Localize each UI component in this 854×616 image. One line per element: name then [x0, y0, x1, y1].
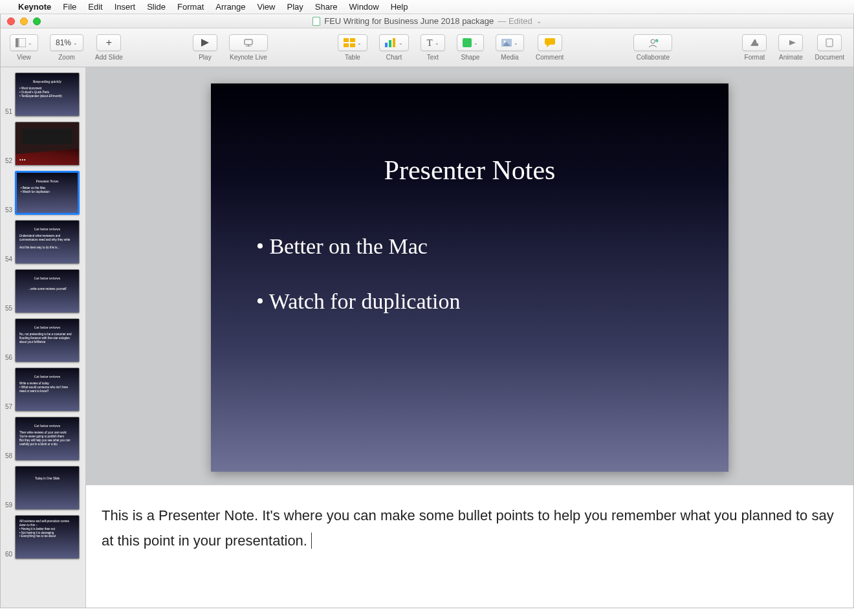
notes-text: This is a Presenter Note. It's where you…: [102, 507, 834, 549]
svg-rect-6: [344, 38, 349, 42]
document-button[interactable]: [817, 34, 842, 51]
table-button[interactable]: ⌄: [338, 34, 367, 51]
fullscreen-button[interactable]: [33, 17, 41, 25]
menu-window[interactable]: Window: [349, 2, 378, 12]
thumbnail-preview: Presenter Notes• Better on the Mac• Watc…: [15, 171, 80, 215]
svg-rect-8: [344, 43, 349, 47]
menubar: Keynote File Edit Insert Slide Format Ar…: [0, 0, 854, 14]
menu-slide[interactable]: Slide: [147, 2, 166, 12]
chart-button[interactable]: ⌄: [379, 34, 409, 51]
comment-button[interactable]: [538, 34, 562, 51]
slide-navigator[interactable]: 51Responding quickly• Word document• Out…: [1, 67, 86, 608]
document-icon: [312, 17, 320, 26]
slide-number: 56: [2, 354, 12, 361]
current-slide[interactable]: Presenter Notes • Better on the Mac • Wa…: [211, 83, 728, 472]
text-icon: T: [426, 38, 432, 49]
text-label: Text: [427, 54, 439, 61]
menu-help[interactable]: Help: [391, 2, 408, 12]
text-cursor: [307, 533, 312, 549]
animate-button[interactable]: [778, 34, 803, 51]
view-label: View: [17, 54, 31, 61]
slide-bullet: • Better on the Mac: [256, 231, 683, 262]
svg-marker-2: [201, 39, 209, 47]
zoom-selector[interactable]: 81%⌄: [50, 34, 83, 51]
chart-icon: [385, 38, 397, 47]
view-icon: [16, 38, 26, 47]
shape-button[interactable]: ⌄: [457, 34, 484, 51]
slide-thumbnail[interactable]: 52•••: [1, 120, 85, 170]
window-controls: [1, 17, 41, 25]
close-button[interactable]: [7, 17, 15, 25]
svg-marker-22: [785, 40, 796, 45]
keynote-live-button[interactable]: [229, 34, 268, 51]
menu-arrange[interactable]: Arrange: [215, 2, 245, 12]
thumbnail-preview: Get better reviewsThen write reviews of …: [15, 417, 80, 461]
menu-edit[interactable]: Edit: [88, 2, 102, 12]
plus-icon: +: [106, 37, 112, 49]
thumbnail-preview: Today in One Slide: [15, 466, 80, 510]
thumbnail-preview: Get better reviewsNo, not pretending to …: [15, 318, 80, 362]
view-button[interactable]: ⌄: [10, 34, 38, 51]
svg-rect-1: [19, 38, 26, 47]
comment-icon: [545, 38, 555, 47]
slide-number: 51: [2, 108, 12, 115]
minimize-button[interactable]: [20, 17, 28, 25]
menu-file[interactable]: File: [63, 2, 76, 12]
titlebar: FEU Writing for Business June 2018 packa…: [1, 14, 853, 28]
slide-thumbnail[interactable]: 57Get better reviewsWrite a review of to…: [1, 366, 85, 415]
thumbnail-preview: •••: [15, 122, 80, 166]
chevron-down-icon[interactable]: ⌄: [536, 17, 542, 25]
slide-thumbnail[interactable]: 58Get better reviewsThen write reviews o…: [1, 415, 85, 465]
slide-thumbnail[interactable]: 60All business and self-promotion comes …: [1, 514, 85, 563]
svg-point-15: [503, 41, 505, 43]
presenter-notes[interactable]: This is a Presenter Note. It's where you…: [86, 485, 853, 608]
chart-label: Chart: [386, 54, 402, 61]
svg-rect-23: [826, 39, 833, 47]
thumbnail-preview: Responding quickly• Word document• Outlo…: [15, 72, 80, 116]
keynote-live-label: Keynote Live: [230, 54, 267, 61]
svg-rect-9: [350, 43, 355, 47]
table-icon: [344, 38, 355, 47]
text-button[interactable]: T⌄: [421, 34, 445, 51]
menu-format[interactable]: Format: [177, 2, 204, 12]
edited-status: — Edited: [498, 16, 532, 26]
slide-thumbnail[interactable]: 56Get better reviewsNo, not pretending t…: [1, 317, 85, 366]
svg-rect-3: [245, 39, 252, 45]
comment-label: Comment: [536, 54, 564, 61]
keynote-live-icon: [243, 39, 254, 47]
menu-view[interactable]: View: [257, 2, 276, 12]
slide-thumbnail[interactable]: 51Responding quickly• Word document• Out…: [1, 71, 85, 120]
window-title: FEU Writing for Business June 2018 packa…: [1, 16, 853, 26]
svg-rect-17: [545, 38, 555, 45]
slide-canvas[interactable]: Presenter Notes • Better on the Mac • Wa…: [86, 67, 853, 485]
slide-thumbnail[interactable]: 59Today in One Slide: [1, 465, 85, 514]
thumbnail-preview: Get better reviewsUnderstand what review…: [15, 220, 80, 264]
slide-thumbnail[interactable]: 55Get better reviews...write some review…: [1, 268, 85, 317]
thumbnail-preview: Get better reviewsWrite a review of toda…: [15, 368, 80, 412]
slide-title: Presenter Notes: [256, 155, 683, 186]
svg-marker-18: [547, 45, 550, 47]
menu-share[interactable]: Share: [315, 2, 338, 12]
slide-number: 53: [2, 206, 12, 214]
thumbnail-preview: Get better reviews...write some reviews …: [15, 269, 80, 313]
menu-play[interactable]: Play: [287, 2, 303, 12]
media-button[interactable]: ⌄: [496, 34, 524, 51]
collaborate-button[interactable]: +: [633, 34, 672, 51]
format-button[interactable]: [742, 34, 767, 51]
collaborate-label: Collaborate: [637, 54, 670, 61]
slide-thumbnail[interactable]: 54Get better reviewsUnderstand what revi…: [1, 219, 85, 268]
slide-body: • Better on the Mac • Watch for duplicat…: [256, 231, 683, 317]
play-icon: [201, 39, 209, 47]
slide-thumbnail[interactable]: 53Presenter Notes• Better on the Mac• Wa…: [1, 170, 85, 219]
slide-number: 54: [2, 256, 12, 263]
svg-rect-11: [389, 40, 391, 47]
app-menu[interactable]: Keynote: [18, 2, 51, 12]
slide-number: 58: [2, 452, 12, 459]
menu-insert[interactable]: Insert: [115, 2, 136, 12]
play-button[interactable]: [193, 34, 217, 51]
slide-number: 57: [2, 403, 12, 410]
animate-icon: [785, 38, 796, 47]
add-slide-button[interactable]: +: [96, 34, 121, 51]
document-inspector-icon: [825, 38, 834, 47]
format-icon: [749, 38, 760, 47]
